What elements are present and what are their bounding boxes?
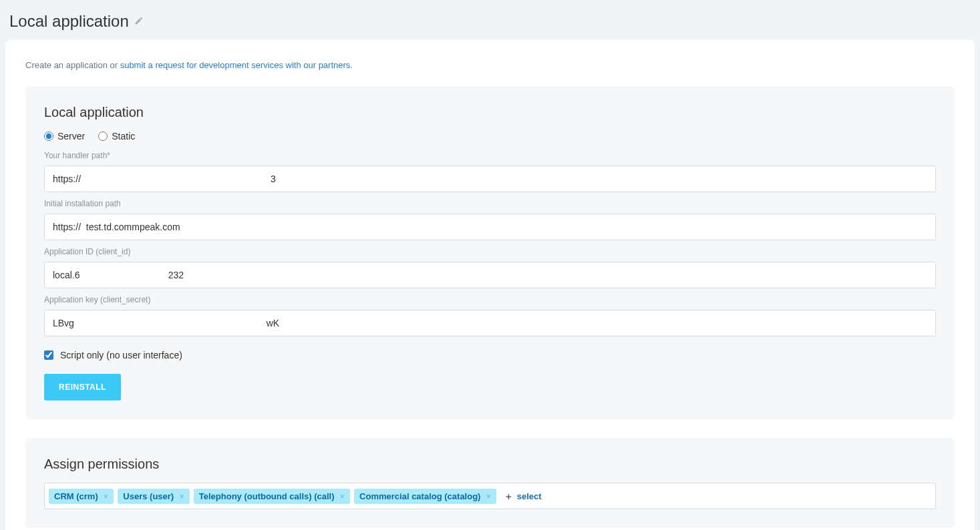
section-title-local-app: Local application <box>44 105 936 120</box>
radio-static[interactable]: Static <box>98 131 135 142</box>
script-only-row: Script only (no user interface) <box>44 350 936 360</box>
main-card: Create an application or submit a reques… <box>5 40 975 530</box>
script-only-checkbox[interactable] <box>44 350 53 360</box>
radio-server-input[interactable] <box>44 131 53 141</box>
permission-tag-label: CRM (crm) <box>54 491 98 501</box>
client-id-input[interactable] <box>44 262 936 288</box>
plus-icon: + <box>506 491 512 502</box>
radio-static-label: Static <box>112 131 135 142</box>
intro-prefix: Create an application or <box>25 60 120 70</box>
reinstall-button[interactable]: Reinstall <box>44 374 121 401</box>
assign-permissions-section: Assign permissions CRM (crm) × Users (us… <box>25 438 955 528</box>
add-permission-label: select <box>517 491 542 501</box>
permission-tag: CRM (crm) × <box>49 489 114 504</box>
install-path-input[interactable] <box>44 214 936 240</box>
intro-link[interactable]: submit a request for development service… <box>120 60 351 70</box>
local-application-section: Local application Server Static Your han… <box>25 86 955 419</box>
permission-tag: Commercial catalog (catalog) × <box>354 489 496 504</box>
radio-server-label: Server <box>57 131 85 142</box>
permission-tag: Users (user) × <box>118 489 189 504</box>
section-title-permissions: Assign permissions <box>44 457 936 472</box>
client-secret-input[interactable] <box>44 310 936 336</box>
permission-tag-label: Users (user) <box>123 491 174 501</box>
radio-static-input[interactable] <box>98 131 108 141</box>
handler-path-label: Your handler path* <box>44 151 936 160</box>
app-type-radio-group: Server Static <box>44 131 936 142</box>
client-id-label: Application ID (client_id) <box>44 247 936 256</box>
handler-path-input[interactable] <box>44 166 936 192</box>
close-icon[interactable]: × <box>486 492 491 501</box>
page-header: Local application <box>0 0 980 40</box>
intro-text: Create an application or submit a reques… <box>25 60 955 70</box>
intro-suffix: . <box>350 60 353 70</box>
page-title: Local application <box>9 12 129 31</box>
permission-tag: Telephony (outbound calls) (call) × <box>194 489 350 504</box>
install-path-label: Initial installation path <box>44 199 936 208</box>
close-icon[interactable]: × <box>179 492 184 501</box>
script-only-label: Script only (no user interface) <box>60 350 182 360</box>
close-icon[interactable]: × <box>104 492 109 501</box>
client-secret-label: Application key (client_secret) <box>44 295 936 304</box>
radio-server[interactable]: Server <box>44 131 85 142</box>
edit-title-icon[interactable] <box>134 16 144 27</box>
permission-tag-label: Telephony (outbound calls) (call) <box>199 491 335 501</box>
close-icon[interactable]: × <box>340 492 345 501</box>
add-permission-button[interactable]: + select <box>500 488 547 505</box>
permissions-container[interactable]: CRM (crm) × Users (user) × Telephony (ou… <box>44 483 936 509</box>
permission-tag-label: Commercial catalog (catalog) <box>359 491 480 501</box>
